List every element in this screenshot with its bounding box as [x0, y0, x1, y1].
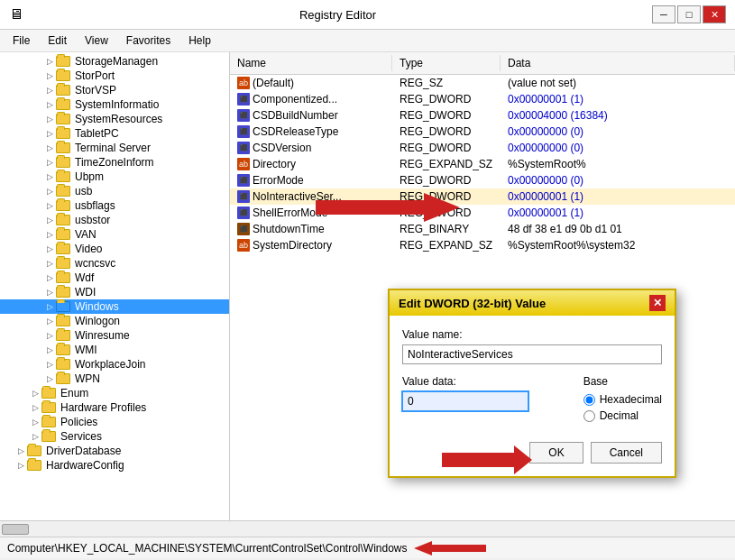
tree-item-windows[interactable]: ▷ Windows [0, 299, 229, 314]
tree-label: Ubpm [73, 170, 104, 183]
tree-item-systeminformation[interactable]: ▷ SystemInformatio [0, 97, 229, 112]
expand-icon[interactable]: ▷ [43, 271, 56, 284]
expand-icon[interactable]: ▷ [29, 387, 41, 399]
menu-edit[interactable]: Edit [39, 32, 76, 50]
tree-item-wdi[interactable]: ▷ WDI [0, 285, 229, 299]
tree-pane[interactable]: ▷ StorageManagen ▷ StorPort ▷ StorVSP ▷ [0, 52, 230, 520]
tree-item-policies[interactable]: ▷ Policies [0, 415, 229, 429]
ok-button[interactable]: OK [529, 442, 583, 464]
folder-icon [27, 460, 41, 471]
tree-item-winlogon[interactable]: ▷ Winlogon [0, 314, 229, 328]
expand-icon[interactable]: ▷ [43, 98, 56, 111]
expand-icon[interactable]: ▷ [14, 459, 27, 472]
tree-item-ubpm[interactable]: ▷ Ubpm [0, 170, 229, 184]
reg-dword-icon: ⬛ [237, 109, 250, 122]
expand-icon[interactable]: ▷ [43, 358, 56, 371]
tree-label: WorkplaceJoin [73, 358, 145, 371]
tree-item-terminalserver[interactable]: ▷ Terminal Server [0, 141, 229, 155]
menu-file[interactable]: File [4, 32, 39, 50]
tree-item-hardwareconfig[interactable]: ▷ HardwareConfig [0, 458, 229, 473]
list-cell-name: ⬛ ErrorMode [230, 173, 392, 188]
expand-icon[interactable]: ▷ [43, 142, 56, 154]
expand-icon[interactable]: ▷ [43, 127, 56, 140]
tree-item-timezoneinform[interactable]: ▷ TimeZoneInform [0, 155, 229, 170]
expand-icon[interactable]: ▷ [43, 372, 56, 385]
tree-item-storagemanagen[interactable]: ▷ StorageManagen [0, 54, 229, 69]
value-data-input[interactable] [402, 391, 528, 411]
menu-view[interactable]: View [76, 32, 117, 50]
list-row[interactable]: ⬛ ErrorMode REG_DWORD 0x00000000 (0) [230, 172, 735, 188]
list-row[interactable]: ⬛ ShellErrorMode REG_DWORD 0x00000001 (1… [230, 205, 735, 221]
list-row-nointeractive[interactable]: ⬛ NoInteractiveSer... REG_DWORD 0x000000… [230, 188, 735, 205]
tree-item-driverdatabase[interactable]: ▷ DriverDatabase [0, 444, 229, 458]
list-cell-name: ab SystemDirectory [230, 238, 392, 252]
expand-icon[interactable]: ▷ [43, 286, 56, 298]
tree-item-wcncsvc[interactable]: ▷ wcncsvc [0, 256, 229, 271]
tree-item-storport[interactable]: ▷ StorPort [0, 69, 229, 83]
tree-item-services[interactable]: ▷ Services [0, 429, 229, 444]
expand-icon[interactable]: ▷ [43, 300, 56, 313]
expand-icon[interactable]: ▷ [43, 84, 56, 96]
list-row[interactable]: ab Directory REG_EXPAND_SZ %SystemRoot% [230, 156, 735, 172]
list-row[interactable]: ab (Default) REG_SZ (value not set) [230, 75, 735, 91]
list-row[interactable]: ⬛ CSDVersion REG_DWORD 0x00000000 (0) [230, 140, 735, 156]
tree-item-winresume[interactable]: ▷ Winresume [0, 328, 229, 343]
list-row[interactable]: ⬛ CSDReleaseType REG_DWORD 0x00000000 (0… [230, 124, 735, 140]
tree-item-tabletpc[interactable]: ▷ TabletPC [0, 126, 229, 141]
cancel-button[interactable]: Cancel [591, 442, 662, 464]
edit-dword-dialog[interactable]: Edit DWORD (32-bit) Value ✕ Value name: … [388, 289, 676, 478]
tree-item-systemresources[interactable]: ▷ SystemResources [0, 112, 229, 126]
menu-help[interactable]: Help [179, 32, 220, 50]
tree-item-van[interactable]: ▷ VAN [0, 227, 229, 242]
dialog-close-button[interactable]: ✕ [649, 295, 666, 311]
minimize-button[interactable]: ─ [652, 5, 675, 23]
expand-icon[interactable]: ▷ [43, 156, 56, 169]
tree-item-usbstor[interactable]: ▷ usbstor [0, 213, 229, 227]
expand-icon[interactable]: ▷ [43, 315, 56, 327]
tree-item-wmi[interactable]: ▷ WMI [0, 343, 229, 357]
tree-item-usbflags[interactable]: ▷ usbflags [0, 198, 229, 213]
tree-item-workplacejoin[interactable]: ▷ WorkplaceJoin [0, 357, 229, 372]
expand-icon[interactable]: ▷ [43, 185, 56, 197]
expand-icon[interactable]: ▷ [43, 170, 56, 183]
expand-icon[interactable]: ▷ [29, 416, 41, 428]
scroll-thumb[interactable] [2, 524, 29, 535]
expand-icon[interactable]: ▷ [43, 69, 56, 82]
expand-icon[interactable]: ▷ [43, 214, 56, 226]
tree-item-video[interactable]: ▷ Video [0, 242, 229, 256]
expand-icon[interactable]: ▷ [14, 445, 27, 457]
expand-icon[interactable]: ▷ [43, 257, 56, 270]
tree-item-wdf[interactable]: ▷ Wdf [0, 271, 229, 285]
radio-decimal[interactable]: Decimal [583, 409, 662, 422]
list-row[interactable]: ab SystemDirectory REG_EXPAND_SZ %System… [230, 237, 735, 253]
tree-item-enum[interactable]: ▷ Enum [0, 386, 229, 400]
radio-hex-input[interactable] [583, 394, 595, 406]
expand-icon[interactable]: ▷ [29, 430, 41, 443]
expand-icon[interactable]: ▷ [43, 113, 56, 125]
list-cell-data: 0x00000000 (0) [501, 124, 735, 139]
expand-icon[interactable]: ▷ [43, 344, 56, 356]
tree-item-usb[interactable]: ▷ usb [0, 184, 229, 198]
list-cell-type: REG_DWORD [392, 141, 501, 155]
expand-icon[interactable]: ▷ [43, 199, 56, 212]
tree-item-storvsp[interactable]: ▷ StorVSP [0, 83, 229, 97]
tree-label: Wdf [73, 271, 94, 284]
tree-item-hardwareprofiles[interactable]: ▷ Hardware Profiles [0, 400, 229, 415]
expand-icon[interactable]: ▷ [43, 228, 56, 241]
horizontal-scrollbar[interactable] [0, 520, 735, 537]
expand-icon[interactable]: ▷ [43, 329, 56, 342]
list-row[interactable]: ⬛ Componentized... REG_DWORD 0x00000001 … [230, 91, 735, 107]
radio-hexadecimal[interactable]: Hexadecimal [583, 393, 662, 406]
expand-icon[interactable]: ▷ [43, 243, 56, 255]
list-header: Name Type Data [230, 52, 735, 75]
list-row[interactable]: ⬛ CSDBuildNumber REG_DWORD 0x00004000 (1… [230, 107, 735, 124]
menu-favorites[interactable]: Favorites [117, 32, 179, 50]
value-name-input[interactable] [402, 344, 662, 364]
tree-item-wpn[interactable]: ▷ WPN [0, 372, 229, 386]
close-button[interactable]: ✕ [703, 5, 726, 23]
radio-decimal-input[interactable] [583, 410, 595, 422]
maximize-button[interactable]: □ [677, 5, 701, 23]
expand-icon[interactable]: ▷ [29, 401, 41, 414]
expand-icon[interactable]: ▷ [43, 55, 56, 68]
list-row[interactable]: ⬛ ShutdownTime REG_BINARY 48 df 38 e1 d9… [230, 221, 735, 237]
